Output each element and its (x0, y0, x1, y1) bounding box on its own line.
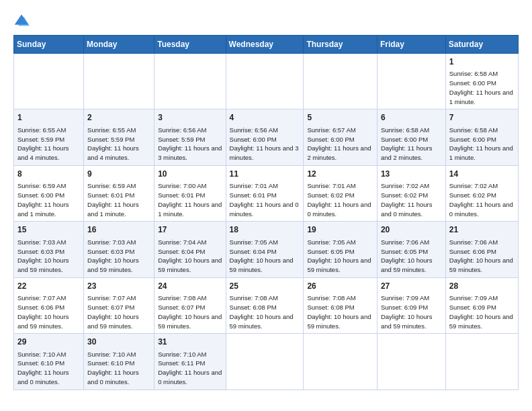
sunset: Sunset: 6:04 PM (158, 248, 205, 255)
day-number: 5 (307, 112, 373, 124)
sunset: Sunset: 6:00 PM (381, 136, 428, 143)
sunset: Sunset: 6:02 PM (449, 191, 496, 199)
calendar-cell: 7Sunrise: 6:58 AMSunset: 6:00 PMDaylight… (445, 109, 518, 165)
calendar-cell (14, 54, 84, 109)
day-number: 26 (307, 281, 373, 292)
day-number: 21 (449, 224, 515, 236)
calendar-cell: 22Sunrise: 7:07 AMSunset: 6:06 PMDayligh… (14, 277, 84, 333)
sunrise: Sunrise: 7:10 AM (17, 351, 66, 358)
logo (13, 12, 32, 28)
calendar-cell: 18Sunrise: 7:05 AMSunset: 6:04 PMDayligh… (226, 222, 304, 277)
calendar-cell: 31Sunrise: 7:10 AMSunset: 6:11 PMDayligh… (154, 334, 226, 390)
day-number: 3 (158, 112, 222, 124)
sunrise: Sunrise: 6:59 AM (17, 182, 66, 189)
sunrise: Sunrise: 7:08 AM (230, 294, 278, 302)
daylight: Daylight: 11 hours and 1 minute. (449, 144, 513, 161)
calendar-cell: 1Sunrise: 6:55 AMSunset: 5:59 PMDaylight… (14, 109, 84, 165)
day-number: 31 (158, 336, 222, 348)
sunset: Sunset: 6:00 PM (307, 136, 354, 143)
sunset: Sunset: 6:00 PM (230, 136, 277, 143)
day-number: 1 (17, 112, 80, 124)
calendar-cell (84, 54, 154, 109)
calendar-cell: 11Sunrise: 7:01 AMSunset: 6:01 PMDayligh… (226, 165, 304, 221)
calendar-cell: 13Sunrise: 7:02 AMSunset: 6:02 PMDayligh… (377, 165, 445, 221)
calendar-cell: 12Sunrise: 7:01 AMSunset: 6:02 PMDayligh… (304, 165, 378, 221)
sunset: Sunset: 6:01 PM (158, 191, 205, 199)
header-friday: Friday (377, 36, 445, 54)
daylight: Daylight: 10 hours and 59 minutes. (87, 257, 139, 273)
daylight: Daylight: 11 hours and 1 minute. (17, 201, 69, 218)
sunset: Sunset: 6:07 PM (158, 304, 205, 311)
calendar-table: SundayMondayTuesdayWednesdayThursdayFrid… (13, 35, 519, 390)
daylight: Daylight: 11 hours and 0 minutes. (87, 369, 139, 385)
sunrise: Sunrise: 7:09 AM (449, 294, 498, 302)
calendar-cell (226, 54, 304, 109)
daylight: Daylight: 11 hours and 0 minutes. (381, 201, 433, 218)
sunset: Sunset: 5:59 PM (158, 136, 205, 143)
day-number: 16 (87, 224, 150, 236)
calendar-cell: 29Sunrise: 7:10 AMSunset: 6:10 PMDayligh… (14, 334, 84, 390)
daylight: Daylight: 11 hours and 1 minute. (158, 201, 222, 218)
sunrise: Sunrise: 7:10 AM (87, 351, 136, 358)
day-number: 7 (449, 112, 515, 124)
sunset: Sunset: 6:04 PM (230, 248, 277, 255)
sunset: Sunset: 6:05 PM (307, 248, 354, 255)
sunrise: Sunrise: 7:07 AM (87, 294, 136, 302)
sunset: Sunset: 5:59 PM (87, 136, 134, 143)
day-number: 27 (381, 281, 442, 292)
sunrise: Sunrise: 7:01 AM (230, 182, 278, 189)
daylight: Daylight: 10 hours and 59 minutes. (381, 313, 433, 330)
calendar-cell: 6Sunrise: 6:58 AMSunset: 6:00 PMDaylight… (377, 109, 445, 165)
sunset: Sunset: 6:09 PM (449, 304, 496, 311)
sunset: Sunset: 6:00 PM (449, 79, 496, 87)
sunset: Sunset: 6:08 PM (230, 304, 277, 311)
calendar-cell: 10Sunrise: 7:00 AMSunset: 6:01 PMDayligh… (154, 165, 226, 221)
sunset: Sunset: 6:07 PM (87, 304, 134, 311)
calendar-cell: 20Sunrise: 7:06 AMSunset: 6:05 PMDayligh… (377, 222, 445, 277)
daylight: Daylight: 10 hours and 59 minutes. (230, 313, 294, 330)
daylight: Daylight: 11 hours and 2 minutes. (307, 144, 371, 161)
week-row-1: 1Sunrise: 6:55 AMSunset: 5:59 PMDaylight… (14, 109, 519, 165)
header-saturday: Saturday (445, 36, 518, 54)
sunrise: Sunrise: 7:08 AM (158, 294, 206, 302)
daylight: Daylight: 11 hours and 0 minutes. (158, 369, 222, 385)
sunset: Sunset: 6:10 PM (87, 359, 134, 367)
day-number: 4 (230, 112, 300, 124)
day-number: 1 (449, 56, 515, 68)
sunset: Sunset: 6:03 PM (87, 248, 134, 255)
week-row-4: 22Sunrise: 7:07 AMSunset: 6:06 PMDayligh… (14, 277, 519, 333)
calendar-cell: 14Sunrise: 7:02 AMSunset: 6:02 PMDayligh… (445, 165, 518, 221)
day-number: 9 (87, 169, 150, 180)
sunset: Sunset: 6:00 PM (17, 191, 64, 199)
day-number: 25 (230, 281, 300, 292)
sunrise: Sunrise: 7:02 AM (449, 182, 498, 189)
daylight: Daylight: 10 hours and 59 minutes. (158, 257, 222, 273)
sunrise: Sunrise: 7:04 AM (158, 238, 206, 246)
daylight: Daylight: 11 hours and 0 minutes. (17, 369, 69, 385)
day-number: 19 (307, 224, 373, 236)
calendar-cell: 5Sunrise: 6:57 AMSunset: 6:00 PMDaylight… (304, 109, 378, 165)
calendar-cell (154, 54, 226, 109)
week-row-5: 29Sunrise: 7:10 AMSunset: 6:10 PMDayligh… (14, 334, 519, 390)
sunrise: Sunrise: 6:58 AM (381, 126, 429, 134)
calendar-cell: 15Sunrise: 7:03 AMSunset: 6:03 PMDayligh… (14, 222, 84, 277)
sunset: Sunset: 6:01 PM (87, 191, 134, 199)
sunset: Sunset: 5:59 PM (17, 136, 64, 143)
calendar-cell: 27Sunrise: 7:09 AMSunset: 6:09 PMDayligh… (377, 277, 445, 333)
daylight: Daylight: 10 hours and 59 minutes. (17, 257, 69, 273)
calendar-cell (445, 334, 518, 390)
daylight: Daylight: 10 hours and 59 minutes. (307, 257, 371, 273)
sunset: Sunset: 6:06 PM (17, 304, 64, 311)
calendar-cell (226, 334, 304, 390)
day-number: 6 (381, 112, 442, 124)
daylight: Daylight: 11 hours and 0 minutes. (230, 201, 299, 218)
week-row-2: 8Sunrise: 6:59 AMSunset: 6:00 PMDaylight… (14, 165, 519, 221)
header-tuesday: Tuesday (154, 36, 226, 54)
sunrise: Sunrise: 7:02 AM (381, 182, 429, 189)
sunrise: Sunrise: 6:56 AM (230, 126, 278, 134)
day-number: 12 (307, 169, 373, 180)
sunrise: Sunrise: 7:00 AM (158, 182, 206, 189)
daylight: Daylight: 11 hours and 1 minute. (449, 89, 513, 105)
daylight: Daylight: 10 hours and 59 minutes. (449, 313, 513, 330)
sunrise: Sunrise: 6:56 AM (158, 126, 206, 134)
